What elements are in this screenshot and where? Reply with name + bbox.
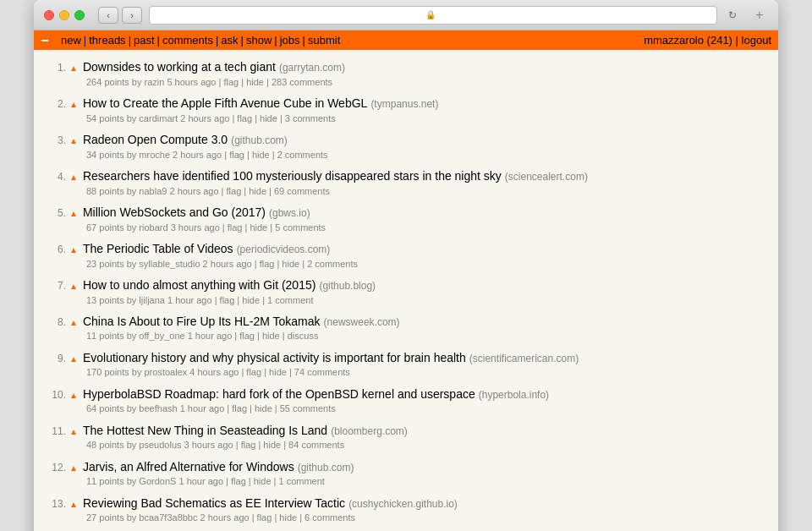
story-title-row: 11. ▲ The Hottest New Thing in Seasteadi… [47,423,765,440]
nav-buttons: ‹ › [98,7,142,24]
story-title-link[interactable]: Evolutionary history and why physical ac… [83,350,466,367]
story-title-row: 12. ▲ Jarvis, an Alfred Alternative for … [47,459,765,476]
list-item: 11. ▲ The Hottest New Thing in Seasteadi… [47,420,765,457]
story-title-link[interactable]: Reviewing Bad Schematics as EE Interview… [83,495,345,512]
story-number: 9. [47,352,66,366]
content-area: 1. ▲ Downsides to working at a tech gian… [34,50,778,531]
nav-past[interactable]: past [134,34,155,47]
story-title-link[interactable]: China Is About to Fire Up Its HL-2M Toka… [83,314,321,331]
hn-username[interactable]: mmazzarolo (241) [644,34,732,47]
story-domain: (github.com) [298,461,354,475]
upvote-arrow[interactable]: ▲ [69,208,78,220]
titlebar: ‹ › 🔒 ↻ + [34,0,778,30]
upvote-arrow[interactable]: ▲ [69,281,78,293]
story-domain: (newsweek.com) [324,315,400,330]
story-number: 7. [47,279,66,293]
story-meta: 34 points by mroche 2 hours ago | flag |… [86,149,765,161]
nav-submit[interactable]: submit [308,34,340,47]
story-title-link[interactable]: How to undo almost anything with Git (20… [83,277,315,294]
story-meta: 11 points by GordonS 1 hour ago | flag |… [86,475,765,488]
story-meta: 88 points by nabla9 2 hours ago | flag |… [86,185,765,198]
story-number: 5. [47,206,66,221]
list-item: 12. ▲ Jarvis, an Alfred Alternative for … [47,457,765,493]
hn-user-section: mmazzarolo (241) | logout [644,34,771,47]
story-meta: 67 points by riobard 3 hours ago | flag … [86,222,765,234]
story-number: 4. [47,170,66,184]
story-meta: 11 points by off_by_one 1 hour ago | fla… [86,330,765,342]
story-title-link[interactable]: The Periodic Table of Videos [83,241,233,258]
minimize-button[interactable] [59,10,69,20]
list-item: 8. ▲ China Is About to Fire Up Its HL-2M… [47,311,765,348]
story-domain: (github.blog) [319,279,376,293]
story-domain: (garrytan.com) [279,61,345,75]
upvote-arrow[interactable]: ▲ [69,99,78,111]
nav-ask[interactable]: ask [221,34,238,47]
story-number: 6. [47,243,66,257]
story-number: 3. [47,134,66,148]
story-title-row: 9. ▲ Evolutionary history and why physic… [47,350,765,367]
nav-threads[interactable]: threads [89,34,125,47]
hn-logo[interactable] [41,39,49,42]
story-number: 2. [47,97,66,112]
story-title-link[interactable]: How to Create the Apple Fifth Avenue Cub… [83,96,367,112]
story-title-row: 3. ▲ Radeon Open Compute 3.0 (github.com… [47,132,765,149]
story-title-link[interactable]: HyperbolaBSD Roadmap: hard fork of the O… [83,386,475,403]
story-title-link[interactable]: Researchers have identified 100 mysterio… [83,168,502,185]
story-number: 12. [47,461,66,475]
list-item: 6. ▲ The Periodic Table of Videos (perio… [47,238,765,275]
nav-jobs[interactable]: jobs [280,34,300,47]
nav-new[interactable]: new [61,34,81,47]
upvote-arrow[interactable]: ▲ [69,135,78,147]
list-item: 1. ▲ Downsides to working at a tech gian… [47,57,765,93]
upvote-arrow[interactable]: ▲ [69,499,78,511]
upvote-arrow[interactable]: ▲ [69,353,78,365]
story-title-link[interactable]: Radeon Open Compute 3.0 [83,132,228,149]
story-domain: (scientificamerican.com) [469,352,579,366]
story-meta: 13 points by ljiljana 1 hour ago | flag … [86,294,765,307]
list-item: 5. ▲ Million WebSockets and Go (2017) (g… [47,202,765,238]
story-domain: (hyperbola.info) [479,388,549,402]
upvote-arrow[interactable]: ▲ [69,63,78,74]
story-number: 8. [47,315,66,330]
address-bar[interactable]: 🔒 [149,6,717,25]
back-button[interactable]: ‹ [98,7,118,24]
upvote-arrow[interactable]: ▲ [69,463,78,474]
list-item: 7. ▲ How to undo almost anything with Gi… [47,275,765,311]
story-number: 13. [47,497,66,512]
story-title-row: 7. ▲ How to undo almost anything with Gi… [47,277,765,294]
story-title-link[interactable]: Downsides to working at a tech giant [83,59,276,76]
reload-button[interactable]: ↻ [724,7,741,24]
browser-window: ‹ › 🔒 ↻ + new | threads | past | comment… [34,0,778,531]
hn-logout[interactable]: logout [742,34,771,47]
upvote-arrow[interactable]: ▲ [69,317,78,329]
upvote-arrow[interactable]: ▲ [69,172,78,183]
story-title-link[interactable]: Million WebSockets and Go (2017) [83,205,266,222]
forward-button[interactable]: › [122,7,142,24]
story-title-row: 5. ▲ Million WebSockets and Go (2017) (g… [47,205,765,222]
story-domain: (tympanus.net) [370,97,438,112]
story-meta: 27 points by bcaa7f3a8bbc 2 hours ago | … [86,512,765,524]
story-title-link[interactable]: The Hottest New Thing in Seasteading Is … [83,423,327,440]
maximize-button[interactable] [74,10,85,20]
story-list: 1. ▲ Downsides to working at a tech gian… [47,57,765,531]
list-item: 10. ▲ HyperbolaBSD Roadmap: hard fork of… [47,384,765,420]
upvote-arrow[interactable]: ▲ [69,426,78,438]
story-number: 1. [47,61,66,75]
story-title-link[interactable]: Jarvis, an Alfred Alternative for Window… [83,459,294,476]
new-tab-button[interactable]: + [751,7,768,24]
story-domain: (cushychicken.github.io) [348,497,458,512]
story-domain: (sciencealert.com) [505,170,588,184]
story-meta: 64 points by beefhash 1 hour ago | flag … [86,402,765,415]
story-number: 11. [47,424,66,439]
story-domain: (gbws.io) [269,206,310,221]
lock-icon: 🔒 [425,10,436,19]
hn-nav-links: new | threads | past | comments | ask | … [61,34,644,47]
upvote-arrow[interactable]: ▲ [69,390,78,402]
story-meta: 23 points by syllable_studio 2 hours ago… [86,258,765,271]
close-button[interactable] [44,10,54,20]
story-domain: (periodicvideos.com) [237,243,331,257]
upvote-arrow[interactable]: ▲ [69,244,78,256]
nav-comments[interactable]: comments [162,34,213,47]
story-title-row: 8. ▲ China Is About to Fire Up Its HL-2M… [47,314,765,331]
nav-show[interactable]: show [246,34,272,47]
